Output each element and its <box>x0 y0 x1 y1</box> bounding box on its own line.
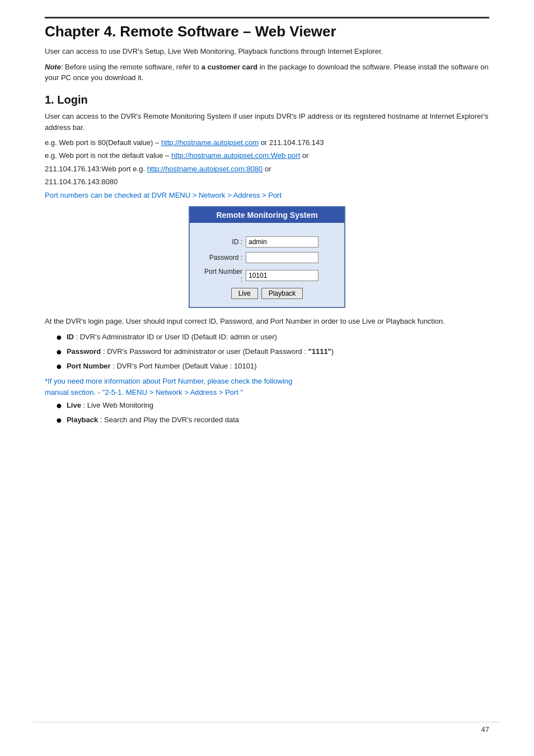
port-note: Port numbers can be checked at DVR MENU … <box>45 191 489 199</box>
eg1-link[interactable]: http://hostname.autoipset.com <box>161 138 259 147</box>
bullet-item-live: ● Live : Live Web Monitoring <box>56 400 489 412</box>
info-note-text2: manual section. - "2-5-1. MENU > Network… <box>45 388 243 396</box>
info-note: *If you need more information about Port… <box>45 376 489 398</box>
rms-port-label: Port Number : <box>201 268 246 283</box>
rms-password-row: Password : <box>201 252 333 263</box>
bullet-dot-5: ● <box>56 414 62 427</box>
rms-id-label: ID : <box>201 238 246 246</box>
eg2-text: e.g. Web port is not the default value – <box>45 151 171 160</box>
eg2-link[interactable]: http://hostname.autoipset.com:Web port <box>171 151 300 160</box>
chapter-title: Chapter 4. Remote Software – Web Viewer <box>45 23 489 40</box>
eg4-line: 211.104.176.143:8080 <box>45 175 489 188</box>
bullet-content-live: Live : Live Web Monitoring <box>67 400 489 411</box>
rms-title-bar: Remote Monitoring System <box>190 207 344 223</box>
bullet-content-playback: Playback : Search and Play the DVR's rec… <box>67 414 489 426</box>
bullet-item-password: ● Password : DVR's Password for administ… <box>56 346 489 358</box>
eg3-text: 211.104.176.143:Web port e.g. <box>45 165 147 173</box>
password-default: "1111" <box>308 347 331 356</box>
eg2-text2: or <box>300 151 308 160</box>
bullet-content-password: Password : DVR's Password for administra… <box>67 346 489 357</box>
bullet-content-id: ID : DVR's Administrator ID or User ID (… <box>67 332 489 343</box>
bullet-item-port: ● Port Number : DVR's Port Number (Defau… <box>56 361 489 373</box>
bullet-dot-4: ● <box>56 400 62 412</box>
rms-port-input[interactable] <box>246 270 318 281</box>
password-desc: : DVR's Password for administrator or us… <box>103 347 334 356</box>
page-container: Chapter 4. Remote Software – Web Viewer … <box>0 0 534 756</box>
password-term: Password <box>67 347 101 356</box>
rms-id-input[interactable] <box>246 236 318 248</box>
bullet-dot-3: ● <box>56 361 62 373</box>
bottom-border <box>34 722 500 722</box>
live-term: Live <box>67 401 81 409</box>
eg1-line: e.g. Web port is 80(Default value) – htt… <box>45 136 489 149</box>
bullet-item-playback: ● Playback : Search and Play the DVR's r… <box>56 414 489 427</box>
section1-title: 1. Login <box>45 94 489 106</box>
bullet-list-1: ● ID : DVR's Administrator ID or User ID… <box>56 332 489 372</box>
eg3-line: 211.104.176.143:Web port e.g. http://hos… <box>45 162 489 175</box>
rms-id-row: ID : <box>201 236 333 248</box>
rms-body: ID : Password : Port Number : Live Playb… <box>190 223 344 307</box>
eg1-text: e.g. Web port is 80(Default value) – <box>45 138 161 147</box>
note-bold-term: a customer card <box>202 63 257 71</box>
bullet-content-port: Port Number : DVR's Port Number (Default… <box>67 361 489 372</box>
bullet-item-id: ● ID : DVR's Administrator ID or User ID… <box>56 332 489 344</box>
bullet-list-2: ● Live : Live Web Monitoring ● Playback … <box>56 400 489 426</box>
playback-term: Playback <box>67 416 98 424</box>
id-desc: : DVR's Administrator ID or User ID (Def… <box>76 333 277 341</box>
note-colon: : Before using the remote software, refe… <box>61 63 202 71</box>
bullet-dot: ● <box>56 332 62 344</box>
note-label: Note <box>45 63 61 71</box>
bullet-dot-2: ● <box>56 346 62 358</box>
rms-password-label: Password : <box>201 254 246 262</box>
intro-text: User can access to use DVR's Setup, Live… <box>45 46 489 57</box>
top-border <box>45 17 489 18</box>
port-desc: : DVR's Port Number (Default Value : 101… <box>113 362 256 370</box>
playback-desc: : Search and Play the DVR's recorded dat… <box>100 416 239 424</box>
eg1-text2: or 211.104.176.143 <box>259 138 324 147</box>
rms-password-input[interactable] <box>246 252 318 263</box>
info-note-text: *If you need more information about Port… <box>45 377 292 385</box>
eg2-line: e.g. Web port is not the default value –… <box>45 149 489 162</box>
rms-box: Remote Monitoring System ID : Password :… <box>189 206 345 308</box>
rms-playback-button[interactable]: Playback <box>261 288 303 299</box>
eg3-text2: or <box>263 165 271 173</box>
live-desc: : Live Web Monitoring <box>83 401 154 409</box>
after-login-text: At the DVR's login page, User should inp… <box>45 316 489 328</box>
id-term: ID <box>67 333 74 341</box>
section1-intro: User can access to the DVR's Remote Moni… <box>45 111 489 134</box>
page-number: 47 <box>481 725 489 734</box>
rms-port-row: Port Number : <box>201 268 333 283</box>
rms-buttons: Live Playback <box>201 288 333 299</box>
rms-live-button[interactable]: Live <box>231 288 258 299</box>
eg3-link[interactable]: http://hostname.autoipset.com:8080 <box>147 165 263 173</box>
port-term: Port Number <box>67 362 111 370</box>
note-block: Note: Before using the remote software, … <box>45 62 489 83</box>
